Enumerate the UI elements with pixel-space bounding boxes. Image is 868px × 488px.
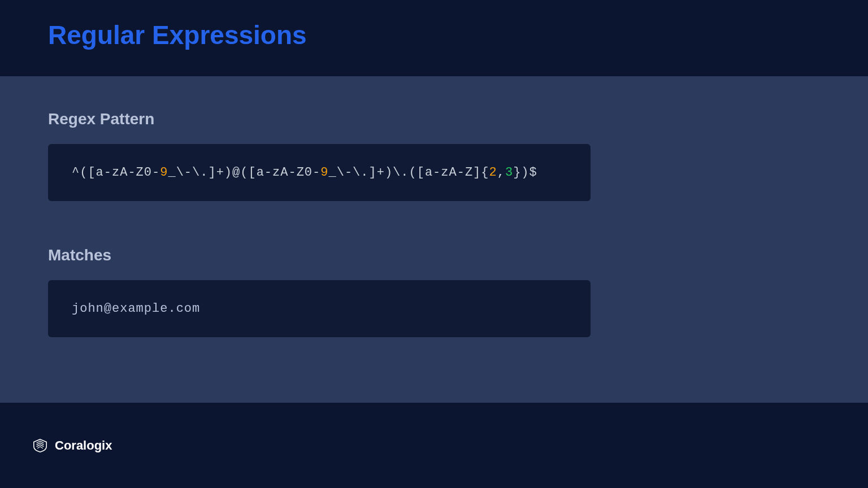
regex-token: 9 bbox=[160, 165, 168, 180]
brand-name: Coralogix bbox=[55, 438, 112, 453]
matches-box: john@example.com bbox=[48, 280, 591, 337]
regex-token: , bbox=[497, 165, 505, 180]
page-title: Regular Expressions bbox=[48, 20, 820, 50]
regex-token: ^([a-zA-Z0- bbox=[72, 165, 160, 180]
regex-token: _\-\.]+)\.([a-zA-Z]{ bbox=[328, 165, 489, 180]
matches-label: Matches bbox=[48, 246, 820, 264]
coralogix-icon bbox=[31, 438, 49, 453]
regex-token: 3 bbox=[505, 165, 513, 180]
brand-logo: Coralogix bbox=[31, 438, 112, 453]
regex-token: })$ bbox=[513, 165, 537, 180]
regex-token: _\-\.]+)@([a-zA-Z0- bbox=[168, 165, 320, 180]
header: Regular Expressions bbox=[0, 0, 868, 76]
regex-pattern-label: Regex Pattern bbox=[48, 110, 820, 128]
regex-pattern-box: ^([a-zA-Z0-9_\-\.]+)@([a-zA-Z0-9_\-\.]+)… bbox=[48, 144, 591, 201]
match-value: john@example.com bbox=[72, 302, 200, 316]
regex-token: 9 bbox=[320, 165, 328, 180]
footer: Coralogix bbox=[0, 403, 868, 488]
regex-token: 2 bbox=[489, 165, 497, 180]
content-area: Regex Pattern ^([a-zA-Z0-9_\-\.]+)@([a-z… bbox=[0, 76, 868, 403]
